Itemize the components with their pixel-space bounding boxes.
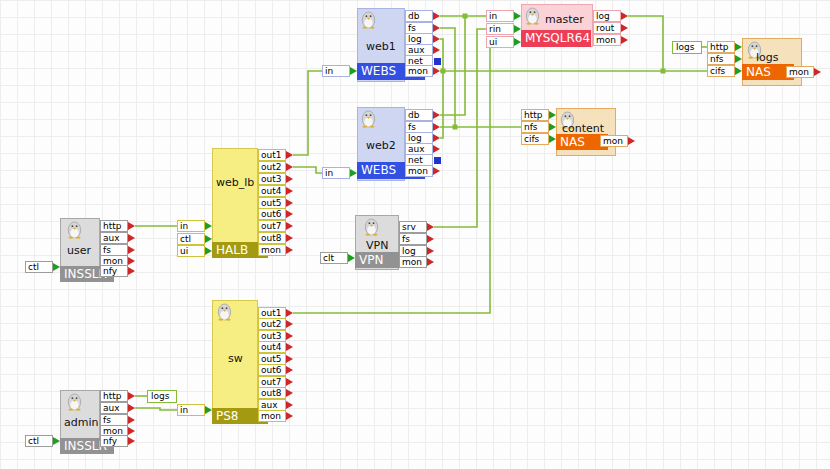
tux-icon [524,6,541,25]
wire-lb-out1-web1-in[interactable] [293,71,322,155]
wire-master-log-join[interactable] [628,16,663,71]
port-master-in[interactable]: in [486,10,514,22]
port-master-rin[interactable]: rin [486,23,514,35]
tux-icon [363,217,380,236]
output-arrow-icon [286,222,293,230]
port-web_lb-ui[interactable]: ui [177,245,205,257]
port-user-ctl[interactable]: ctl [25,261,53,273]
port-web_lb-out4[interactable]: out4 [258,185,286,197]
port-sw-mon[interactable]: mon [258,410,286,422]
wire-junction-1 [453,125,458,130]
port-web2-in[interactable]: in [322,167,350,179]
output-arrow-icon [286,343,293,351]
port-admin-ctl[interactable]: ctl [25,435,53,447]
port-vpn-fs[interactable]: fs [399,233,427,245]
output-arrow-icon [286,199,293,207]
tux-icon [216,302,233,321]
port-web_lb-out6[interactable]: out6 [258,208,286,220]
port-vpn-mon[interactable]: mon [399,256,427,268]
port-master-mon[interactable]: mon [593,34,621,46]
port-content-mon[interactable]: mon [600,135,628,147]
output-arrow-icon [427,235,434,243]
tux-icon [66,220,83,239]
port-sw-in[interactable]: in [177,404,205,416]
output-arrow-icon [427,223,434,231]
output-arrow-icon [286,355,293,363]
port-vpn-srv[interactable]: srv [399,221,427,233]
port-web_lb-out2[interactable]: out2 [258,161,286,173]
tux-icon [216,302,233,325]
input-arrow-icon [514,25,521,33]
port-sw-out2[interactable]: out2 [258,318,286,330]
port-web_lb-out8[interactable]: out8 [258,232,286,244]
wire-log-web1-web2[interactable] [440,39,443,138]
port-admin-aux[interactable]: aux [100,402,128,414]
wire-vpn-srv-master-rin[interactable] [434,29,486,227]
port-content-cifs[interactable]: cifs [521,133,549,145]
port-web_lb-ctl[interactable]: ctl [177,233,205,245]
input-arrow-icon [205,235,212,243]
output-arrow-icon [128,404,135,412]
tux-icon [363,217,380,240]
port-logs-mon[interactable]: mon [786,66,814,78]
wire-junction-2 [441,69,446,74]
diagram-canvas[interactable]: web1WEBSindbfslogauxnetmonweb2WEBSindbfs… [0,0,830,469]
input-arrow-icon [53,437,60,445]
output-arrow-icon [433,12,440,20]
port-master-ui[interactable]: ui [486,36,514,48]
output-arrow-icon [128,416,135,424]
port-vpn-clt[interactable]: clt [320,252,348,264]
port-sw-out6[interactable]: out6 [258,364,286,376]
port-user-nfy[interactable]: nfy [100,265,128,277]
node-title-vpn: VPN [366,239,388,252]
port-web_lb-out3[interactable]: out3 [258,173,286,185]
input-arrow-icon [205,247,212,255]
input-arrow-icon [348,254,355,262]
port-web_lb-out1[interactable]: out1 [258,149,286,161]
output-arrow-icon [433,24,440,32]
port-logs-nfs[interactable]: nfs [707,53,735,65]
tux-icon [66,392,83,415]
cable-label-logs-tap-left[interactable]: logs [147,390,177,403]
output-arrow-icon [128,222,135,230]
port-master-log[interactable]: log [593,10,621,22]
cable-label-logs-tap-right[interactable]: logs [672,41,702,54]
wire-admin-aux-sw-in[interactable] [135,408,177,410]
port-web1-db[interactable]: db [405,10,433,22]
output-arrow-icon [128,267,135,275]
output-arrow-icon [128,246,135,254]
output-arrow-icon [286,332,293,340]
port-web_lb-mon[interactable]: mon [258,244,286,256]
output-arrow-icon [628,137,635,145]
output-arrow-icon [286,210,293,218]
port-web_lb-out7[interactable]: out7 [258,220,286,232]
input-arrow-icon [735,55,742,63]
port-user-http[interactable]: http [100,220,128,232]
output-arrow-icon [128,257,135,265]
output-arrow-icon [128,234,135,242]
output-arrow-icon [433,67,440,75]
port-logs-cifs[interactable]: cifs [707,65,735,77]
port-logs-http[interactable]: http [707,41,735,53]
input-arrow-icon [350,169,357,177]
wire-lb-out2-web2-in[interactable] [293,167,322,173]
port-admin-http[interactable]: http [100,390,128,402]
port-web_lb-in[interactable]: in [177,220,205,232]
wire-junction-0 [463,14,468,19]
port-web1-in[interactable]: in [322,65,350,77]
port-master-rout[interactable]: rout [593,22,621,34]
port-admin-nfy[interactable]: nfy [100,435,128,447]
port-web1-mon[interactable]: mon [405,65,433,77]
node-title-web2: web2 [366,139,396,152]
port-user-aux[interactable]: aux [100,232,128,244]
output-arrow-icon [814,68,821,76]
port-web2-mon[interactable]: mon [405,165,433,177]
tux-icon [66,392,83,411]
port-sw-out4[interactable]: out4 [258,341,286,353]
port-content-nfs[interactable]: nfs [521,121,549,133]
port-web2-db[interactable]: db [405,109,433,121]
input-arrow-icon [735,43,742,51]
port-content-http[interactable]: http [521,109,549,121]
output-arrow-icon [286,175,293,183]
port-sw-out8[interactable]: out8 [258,387,286,399]
